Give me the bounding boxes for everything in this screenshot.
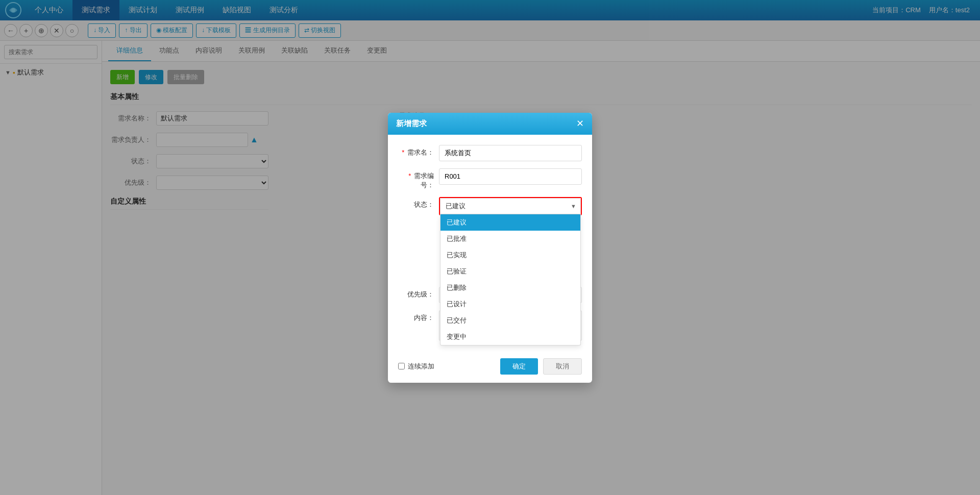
dialog-name-input[interactable]: [439, 145, 582, 161]
dialog-close-button[interactable]: ✕: [576, 119, 584, 128]
status-option-implemented[interactable]: 已实现: [440, 247, 580, 263]
dialog-content-label: 内容：: [398, 310, 439, 323]
dialog-number-label: * 需求编号：: [398, 168, 439, 190]
dialog-number-input[interactable]: [439, 168, 582, 185]
status-option-delivered[interactable]: 已交付: [440, 312, 580, 329]
footer-buttons: 确定 取消: [500, 358, 582, 375]
dialog-name-label: * 需求名：: [398, 145, 439, 157]
modal-overlay: 新增需求 ✕ * 需求名： * 需求编号：: [0, 0, 980, 495]
status-option-deleted[interactable]: 已删除: [440, 280, 580, 296]
status-option-verified[interactable]: 已验证: [440, 263, 580, 280]
dialog-body: * 需求名： * 需求编号： 状态： 已建议: [388, 135, 592, 353]
dialog-status-label: 状态：: [398, 197, 439, 209]
status-option-changing[interactable]: 变更中: [440, 329, 580, 345]
status-option-suggested[interactable]: 已建议: [440, 214, 580, 231]
required-star-number: *: [408, 172, 411, 180]
status-display[interactable]: 已建议 ▼: [440, 198, 581, 214]
confirm-button[interactable]: 确定: [500, 358, 538, 375]
status-selected-value: 已建议: [446, 202, 465, 211]
dialog-row-status: 状态： 已建议 ▼ 已建议 已批准 已实现 已验证 已删除 已设计 已交付: [398, 197, 582, 215]
continuous-add-label: 连续添加: [408, 362, 434, 371]
cancel-button[interactable]: 取消: [543, 358, 582, 375]
status-option-approved[interactable]: 已批准: [440, 231, 580, 247]
dropdown-arrow-icon: ▼: [571, 203, 576, 209]
status-dropdown-list: 已建议 已批准 已实现 已验证 已删除 已设计 已交付 变更中: [440, 214, 581, 345]
dialog-row-number: * 需求编号：: [398, 168, 582, 190]
status-dropdown-wrap: 已建议 ▼ 已建议 已批准 已实现 已验证 已删除 已设计 已交付 变更中: [439, 197, 582, 215]
status-option-designed[interactable]: 已设计: [440, 296, 580, 312]
dialog-priority-label: 优先级：: [398, 287, 439, 299]
dialog-row-name: * 需求名：: [398, 145, 582, 161]
dialog-header: 新增需求 ✕: [388, 113, 592, 135]
add-requirement-dialog: 新增需求 ✕ * 需求名： * 需求编号：: [388, 113, 592, 383]
dialog-title: 新增需求: [396, 119, 427, 129]
dialog-footer: 连续添加 确定 取消: [388, 353, 592, 383]
continuous-add-checkbox[interactable]: [398, 363, 405, 369]
required-star-name: *: [402, 148, 404, 156]
continuous-add-wrap: 连续添加: [398, 362, 434, 371]
